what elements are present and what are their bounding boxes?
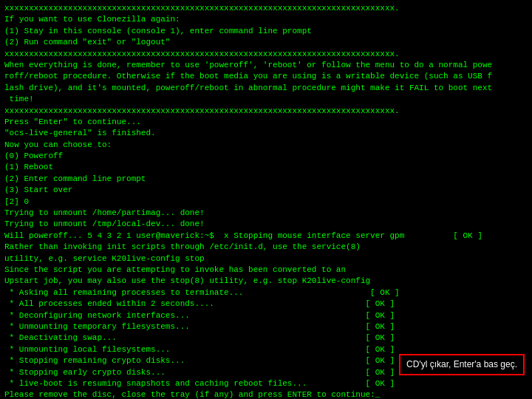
terminal-line: * Unmounting temporary filesystems... [ … — [4, 321, 528, 332]
terminal-line: lash drive), and it's mounted, poweroff/… — [4, 83, 528, 94]
terminal-line: (3) Start over — [4, 185, 528, 196]
terminal-line: roff/reboot procedure. Otherwise if the … — [4, 71, 528, 82]
terminal-line: Rather than invoking init scripts throug… — [4, 242, 528, 253]
terminal-line: (2) Enter command line prompt — [4, 174, 528, 185]
terminal-line: Please remove the disc, close the tray (… — [4, 389, 528, 399]
terminal-line: xxxxxxxxxxxxxxxxxxxxxxxxxxxxxxxxxxxxxxxx… — [4, 49, 528, 60]
terminal-line: (1) Reboot — [4, 162, 528, 173]
terminal-line: Since the script you are attempting to i… — [4, 265, 528, 276]
terminal-line: Trying to unmount /home/partimag... done… — [4, 208, 528, 219]
terminal-line: * All processes ended within 2 seconds..… — [4, 299, 528, 310]
terminal-output: xxxxxxxxxxxxxxxxxxxxxxxxxxxxxxxxxxxxxxxx… — [4, 3, 528, 399]
terminal-line: xxxxxxxxxxxxxxxxxxxxxxxxxxxxxxxxxxxxxxxx… — [4, 3, 528, 14]
terminal-line: * Deactivating swap... [ OK ] — [4, 332, 528, 344]
terminal-line: Now you can choose to: — [4, 140, 528, 151]
terminal-line: * Asking all remaining processes to term… — [4, 287, 528, 299]
terminal-line: xxxxxxxxxxxxxxxxxxxxxxxxxxxxxxxxxxxxxxxx… — [4, 106, 528, 117]
terminal-line: (1) Stay in this console (console 1), en… — [4, 26, 528, 37]
terminal-line: * Deconfiguring network interfaces... [ … — [4, 310, 528, 321]
terminal-line: utility, e.g. service K20live-config sto… — [4, 253, 528, 265]
terminal-line: If you want to use Clonezilla again: — [4, 14, 528, 25]
terminal-line: (2) Run command "exit" or "logout" — [4, 37, 528, 48]
tooltip-box: CD'yl çıkar, Enter'a bas geç. — [399, 354, 525, 375]
terminal-line: "ocs-live-general" is finished. — [4, 128, 528, 139]
terminal-line: [2] 0 — [4, 197, 528, 208]
terminal-line: time! — [4, 94, 528, 105]
terminal-line: Upstart job, you may also use the stop(8… — [4, 276, 528, 287]
terminal-line: When everything is done, remember to use… — [4, 60, 528, 71]
terminal-line: Trying to unmount /tmp/local-dev... done… — [4, 219, 528, 230]
terminal-line: (0) Poweroff — [4, 151, 528, 162]
terminal-window: xxxxxxxxxxxxxxxxxxxxxxxxxxxxxxxxxxxxxxxx… — [0, 0, 532, 399]
terminal-line: Press "Enter" to continue... — [4, 117, 528, 128]
terminal-line: * live-boot is resuming snapshots and ca… — [4, 378, 528, 389]
terminal-line: Will poweroff... 5 4 3 2 1 user@maverick… — [4, 231, 528, 242]
